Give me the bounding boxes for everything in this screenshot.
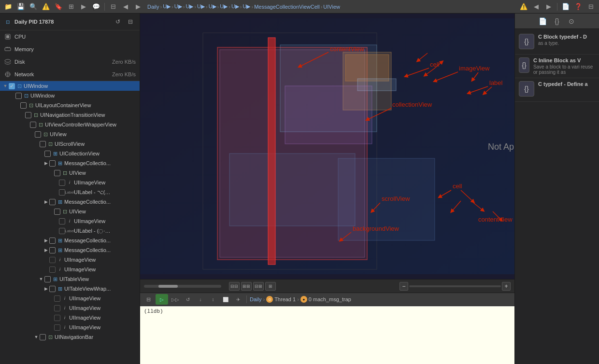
tree-checkbox[interactable] xyxy=(54,209,60,215)
scroll-thumb[interactable] xyxy=(158,285,178,288)
tree-item-uiview1[interactable]: ⊡ UIView xyxy=(0,129,140,139)
tree-checkbox[interactable]: ✓ xyxy=(9,83,15,89)
tree-item-msgcell2[interactable]: ▶ ⊞ MessageCollectio... xyxy=(0,197,140,207)
search-icon[interactable]: 🔍 xyxy=(28,1,39,12)
tree-checkbox[interactable] xyxy=(25,112,31,118)
play-icon[interactable]: ▶ xyxy=(78,1,89,12)
tree-checkbox[interactable] xyxy=(44,276,51,282)
tree-checkbox[interactable] xyxy=(59,228,65,234)
tree-toggle[interactable] xyxy=(52,189,59,196)
tree-toggle[interactable] xyxy=(52,218,59,224)
warning-icon[interactable]: ⚠️ xyxy=(41,1,51,12)
breadcrumb-uiview[interactable]: UIView xyxy=(323,4,340,10)
metric-cpu[interactable]: CPU xyxy=(0,30,140,43)
tree-item-uiwindow-root[interactable]: ▼ ✓ ⊡ UIWindow xyxy=(0,81,140,91)
tree-checkbox[interactable] xyxy=(15,93,22,99)
debug-play-btn[interactable]: ▷ xyxy=(156,294,168,305)
tree-checkbox[interactable] xyxy=(20,102,27,109)
grid-icon[interactable]: ⊞ xyxy=(66,1,76,12)
view-btn-1[interactable]: ⊟⊟ xyxy=(229,282,240,291)
breadcrumb-u5[interactable]: U▶ xyxy=(209,3,216,10)
tree-checkbox[interactable] xyxy=(59,180,65,186)
back-btn[interactable]: ◀ xyxy=(120,1,131,12)
breadcrumb-daily[interactable]: Daily xyxy=(147,4,159,10)
tree-item-msgcell1[interactable]: ▶ ⊞ MessageCollectio... xyxy=(0,158,140,168)
tree-toggle[interactable] xyxy=(14,102,20,109)
tree-item-uilayout[interactable]: ⊡ UILayoutContainerView xyxy=(0,100,140,110)
zoom-minus-btn[interactable]: − xyxy=(399,282,408,291)
tree-checkbox[interactable] xyxy=(49,257,56,263)
breadcrumb-messagecell[interactable]: MessageCollectionViewCell xyxy=(254,4,320,10)
debug-daily-label[interactable]: Daily xyxy=(250,296,261,302)
rp-item-inline-block[interactable]: {} C Inline Block as V Save a block to a… xyxy=(515,55,599,78)
breadcrumb-u3[interactable]: U▶ xyxy=(185,3,193,10)
tree-item-uiwindow2[interactable]: ⊡ UIWindow xyxy=(0,91,140,100)
view-btn-3[interactable]: ⊟⊞ xyxy=(253,282,264,291)
tree-item-uitablewrap[interactable]: ▶ ⊞ UITableViewWrap... xyxy=(0,284,140,294)
debug-plane-btn[interactable]: ✈ xyxy=(233,294,243,305)
tree-toggle[interactable] xyxy=(18,112,25,118)
tree-toggle[interactable] xyxy=(47,208,54,215)
rp-braces-icon[interactable]: {} xyxy=(552,16,562,27)
tree-checkbox[interactable] xyxy=(54,315,60,321)
debug-step-btn[interactable]: ▷▷ xyxy=(170,294,181,305)
tree-item-uinavbar[interactable]: ▼ ⊡ UINavigationBar xyxy=(0,332,140,342)
hierarchy-icon[interactable]: ⊟ xyxy=(108,1,118,12)
tree-item-uiimageview5[interactable]: i UIImageView xyxy=(0,294,140,303)
tree-item-uiimageview7[interactable]: i UIImageView xyxy=(0,313,140,322)
tree-item-uivc-wrapper[interactable]: ⊡ UIViewControllerWrapperView xyxy=(0,120,140,129)
tree-checkbox[interactable] xyxy=(54,324,60,331)
tree-item-uiimageview3[interactable]: i UIImageView xyxy=(0,255,140,265)
refresh-icon[interactable]: ↺ xyxy=(113,16,123,27)
tree-toggle[interactable] xyxy=(47,324,54,331)
breadcrumb-u7[interactable]: U▶ xyxy=(231,3,239,10)
nav-right-icon[interactable]: ▶ xyxy=(543,1,554,12)
forward-btn[interactable]: ▶ xyxy=(133,1,143,12)
zoom-plus-btn[interactable]: + xyxy=(502,282,511,291)
tree-toggle[interactable]: ▼ xyxy=(2,83,9,89)
help-icon[interactable]: ❓ xyxy=(573,1,584,12)
tree-toggle[interactable] xyxy=(47,295,54,302)
tree-toggle[interactable] xyxy=(9,92,15,99)
tree-item-uilabel1[interactable]: Label UILabel - ⌥(… xyxy=(0,187,140,197)
tree-toggle[interactable] xyxy=(43,266,49,273)
tree-toggle-expand[interactable]: ▼ xyxy=(38,276,44,282)
warning-triangle-icon[interactable]: ⚠️ xyxy=(518,1,529,12)
tree-toggle-expand[interactable]: ▶ xyxy=(43,237,49,244)
tree-toggle[interactable] xyxy=(33,140,40,147)
tree-toggle[interactable] xyxy=(47,169,54,176)
new-doc-icon[interactable]: 📄 xyxy=(560,1,571,12)
split-icon[interactable]: ⊟ xyxy=(585,1,596,12)
tree-item-uinav-trans[interactable]: ⊡ UINavigationTransitionView xyxy=(0,110,140,120)
tree-checkbox[interactable] xyxy=(49,266,56,273)
tree-toggle[interactable] xyxy=(28,131,35,138)
tree-toggle-expand[interactable]: ▶ xyxy=(43,247,49,253)
metric-network[interactable]: Network Zero KB/s xyxy=(0,68,140,81)
tree-item-uilabel2[interactable]: Label UILabel - (◌·… xyxy=(0,226,140,236)
tree-item-uiscroll[interactable]: ⊡ UIScrollView xyxy=(0,139,140,149)
tree-toggle-expand[interactable]: ▶ xyxy=(43,198,49,205)
tree-toggle[interactable] xyxy=(52,179,59,186)
tree-toggle[interactable] xyxy=(52,227,59,234)
tree-item-uiimageview2[interactable]: i UIImageView xyxy=(0,216,140,226)
tree-checkbox[interactable] xyxy=(54,305,60,311)
tree-checkbox[interactable] xyxy=(40,141,46,147)
breadcrumb-u4[interactable]: U▶ xyxy=(197,3,205,10)
tree-item-msgcell3[interactable]: ▶ ⊞ MessageCollectio... xyxy=(0,236,140,245)
debug-down-btn[interactable]: ↓ xyxy=(195,294,206,305)
tree-toggle[interactable] xyxy=(23,121,30,128)
tree-toggle[interactable] xyxy=(38,150,44,157)
tree-checkbox[interactable] xyxy=(59,189,65,196)
metric-memory[interactable]: Memory xyxy=(0,43,140,56)
folder-icon[interactable]: 📁 xyxy=(3,1,14,12)
tree-item-uiimageview4[interactable]: i UIImageView xyxy=(0,265,140,274)
tree-item-uicollection[interactable]: ⊞ UICollectionView xyxy=(0,149,140,158)
tree-checkbox[interactable] xyxy=(54,170,60,176)
tree-checkbox[interactable] xyxy=(59,218,65,224)
save-icon[interactable]: 💾 xyxy=(15,1,26,12)
tree-checkbox[interactable] xyxy=(54,295,60,302)
breadcrumb-u2[interactable]: U▶ xyxy=(174,3,182,10)
tree-item-uiimageview1[interactable]: i UIImageView xyxy=(0,178,140,187)
nav-left-icon[interactable]: ◀ xyxy=(531,1,542,12)
tree-item-msgcell4[interactable]: ▶ ⊞ MessageCollectio... xyxy=(0,245,140,255)
